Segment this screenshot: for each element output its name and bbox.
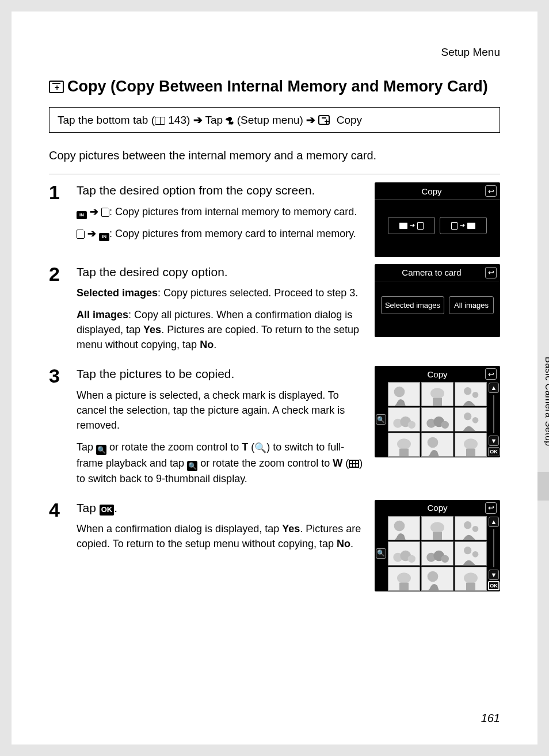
step-para: IN ➔ : Copy pictures from internal memor… — [77, 204, 363, 219]
all-images-button[interactable]: All images — [449, 296, 494, 315]
svg-point-30 — [430, 522, 444, 533]
svg-rect-31 — [433, 532, 442, 539]
step-para: All images: Copy all pictures. When a co… — [77, 307, 363, 352]
arrow-icon: ➔ — [193, 114, 203, 126]
ok-button[interactable]: OK — [488, 447, 500, 456]
mem-to-card-button[interactable]: ➔ — [388, 217, 435, 234]
intro-text: Copy pictures between the internal memor… — [49, 149, 500, 162]
wrench-icon — [226, 117, 234, 125]
screen-title: Copy — [378, 186, 485, 196]
back-button[interactable]: ↩ — [485, 267, 497, 278]
svg-point-1 — [394, 387, 405, 398]
screen-title: Copy — [390, 503, 485, 513]
thumbnail[interactable] — [455, 433, 487, 457]
step-text: or rotate the zoom control to — [106, 441, 242, 453]
camera-screen-camera-to-card: Camera to card ↩ Selected images All ima… — [375, 264, 500, 338]
label-t: T — [242, 441, 248, 453]
svg-point-44 — [464, 547, 471, 554]
scroll-up-button[interactable]: ▲ — [489, 517, 499, 527]
selected-images-button[interactable]: Selected images — [381, 296, 444, 315]
magnifier-icon: 🔍 — [254, 441, 266, 456]
thumbnail[interactable] — [388, 567, 420, 591]
step-text: : Copy pictures selected. Proceed to ste… — [158, 287, 358, 299]
thumbnail[interactable] — [388, 516, 420, 540]
label-yes: Yes — [143, 324, 161, 335]
side-marker — [537, 472, 549, 501]
scroll-down-button[interactable]: ▼ — [489, 570, 499, 580]
thumbnail[interactable] — [388, 541, 420, 566]
card-to-mem-button[interactable]: ➔ — [440, 217, 487, 234]
step-number: 4 — [49, 500, 65, 591]
step-title: Tap OK. — [77, 500, 363, 516]
zoom-in-icon: 🔍 — [96, 445, 106, 455]
svg-point-7 — [472, 392, 479, 398]
camera-screen-thumbnails: Copy ↩ 🔍 — [375, 366, 500, 457]
step-1: 1 Tap the desired option from the copy s… — [49, 182, 500, 257]
thumbnail[interactable] — [421, 541, 453, 566]
breadcrumb-text: Tap — [205, 114, 226, 126]
arrow-icon: ➔ — [87, 228, 96, 239]
page-number: 161 — [481, 712, 500, 725]
thumbnail[interactable] — [388, 382, 420, 406]
svg-point-25 — [464, 439, 478, 450]
scroll-down-button[interactable]: ▼ — [489, 436, 499, 446]
step-2: 2 Tap the desired copy option. Selected … — [49, 264, 500, 360]
svg-point-42 — [441, 555, 449, 562]
thumbnail[interactable] — [455, 567, 487, 591]
zoom-in-button[interactable]: 🔍 — [376, 414, 386, 425]
breadcrumb: Tap the bottom tab ( 143) ➔ Tap (Setup m… — [49, 107, 500, 133]
step-text: : Copy pictures from internal memory to … — [109, 206, 357, 217]
back-button[interactable]: ↩ — [485, 185, 497, 197]
label-all-images: All images — [77, 309, 128, 320]
svg-point-34 — [472, 526, 479, 532]
svg-rect-53 — [466, 582, 475, 590]
thumbnail[interactable] — [455, 407, 487, 432]
svg-point-17 — [464, 413, 471, 420]
svg-rect-26 — [466, 449, 475, 456]
thumbnail[interactable] — [421, 433, 453, 457]
svg-point-11 — [408, 421, 415, 429]
svg-point-28 — [394, 520, 405, 531]
svg-point-38 — [408, 555, 415, 562]
step-text: Tap — [77, 501, 100, 514]
arrow-icon: ➔ — [306, 114, 315, 126]
back-button[interactable]: ↩ — [485, 502, 497, 514]
thumbnail[interactable] — [421, 407, 453, 432]
thumbnail[interactable] — [455, 516, 487, 540]
thumbnail-grid — [387, 516, 487, 591]
scrollbar[interactable] — [493, 529, 494, 567]
ok-icon: OK — [100, 505, 115, 516]
scrollbar[interactable] — [493, 395, 494, 433]
svg-point-50 — [428, 571, 439, 582]
step-title: Tap the desired copy option. — [77, 264, 363, 280]
thumbnail[interactable] — [421, 382, 453, 406]
step-para: Tap 🔍 or rotate the zoom control to T (🔍… — [77, 440, 363, 486]
step-para: When a picture is selected, a check mark… — [77, 388, 363, 433]
step-para: ➔ IN: Copy pictures from memory card to … — [77, 226, 363, 241]
svg-point-47 — [397, 572, 411, 583]
thumbnail[interactable] — [455, 382, 487, 406]
label-w: W — [333, 457, 342, 469]
back-button[interactable]: ↩ — [485, 368, 497, 380]
step-text: When a confirmation dialog is displayed,… — [77, 523, 282, 534]
internal-memory-icon: IN — [77, 211, 87, 219]
thumbnail-grid — [387, 381, 487, 457]
screen-title: Copy — [390, 369, 485, 379]
step-para: Selected images: Copy pictures selected.… — [77, 285, 363, 300]
internal-memory-icon: IN — [99, 233, 109, 241]
scroll-up-button[interactable]: ▲ — [489, 383, 499, 393]
thumbnail[interactable] — [388, 407, 420, 432]
step-text: Tap — [77, 441, 96, 453]
breadcrumb-text: Tap the bottom tab ( — [58, 114, 155, 126]
step-3: 3 Tap the pictures to be copied. When a … — [49, 366, 500, 492]
label-no: No — [337, 538, 350, 549]
thumbnail[interactable] — [421, 516, 453, 540]
thumbnail[interactable] — [421, 567, 453, 591]
thumbnail[interactable] — [455, 541, 487, 566]
svg-rect-21 — [399, 449, 409, 456]
step-text: : Copy pictures from memory card to inte… — [109, 228, 356, 239]
step-text: ( — [248, 441, 254, 453]
ok-button[interactable]: OK — [488, 581, 500, 590]
zoom-in-button[interactable]: 🔍 — [376, 548, 386, 559]
thumbnail[interactable] — [388, 433, 420, 457]
